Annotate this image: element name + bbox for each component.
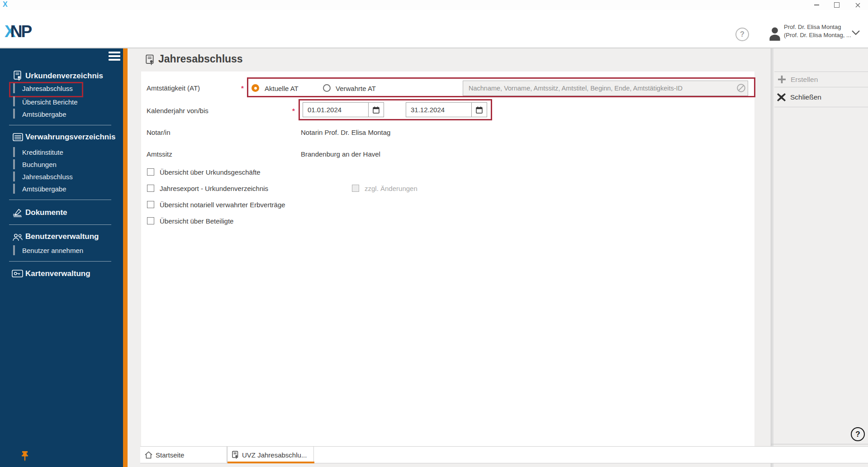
sidebar-section-kartenverwaltung[interactable]: Kartenverwaltung (25, 269, 90, 278)
sidebar-item-amtsuebergabe-vvz[interactable]: Amtsübergabe (22, 185, 66, 193)
calendar-icon (476, 106, 483, 114)
field-label-amtstaetigkeit: Amtstätigkeit (AT) (147, 84, 200, 92)
sidebar-item-kreditinstitute[interactable]: Kreditinstitute (22, 148, 63, 156)
sidebar-section-dokumente[interactable]: Dokumente (25, 208, 67, 217)
sidebar-divider (9, 125, 111, 125)
erstellen-button[interactable]: Erstellen (774, 72, 868, 87)
users-icon (12, 234, 23, 241)
close-button[interactable] (850, 0, 865, 10)
sidebar-item-jahresabschluss-vvz[interactable]: Jahresabschluss (22, 173, 73, 181)
app-header: XNP ? Prof. Dr. Elisa Montag (Prof. Dr. … (0, 21, 868, 48)
radio-label-aktuelle-at[interactable]: Aktuelle AT (265, 85, 299, 92)
tab-uvz-jahresabschluss[interactable]: UVZ Jahresabschlu... (227, 446, 314, 463)
required-marker: * (292, 107, 295, 114)
vault-icon (13, 133, 23, 141)
sidebar-section-urkundenverzeichnis[interactable]: Urkundenverzeichnis (25, 71, 103, 81)
certificate-icon (14, 71, 22, 81)
scrollbar-track[interactable] (771, 48, 773, 467)
home-icon (145, 451, 152, 459)
minimize-icon (814, 5, 819, 5)
field-label-notar: Notar/in (147, 129, 171, 136)
checkbox-label[interactable]: Übersicht über Beteiligte (160, 217, 233, 225)
user-icon[interactable] (768, 26, 782, 42)
checkbox-uebersicht-beteiligte[interactable] (147, 217, 154, 224)
sidebar-item-amtsuebergabe-uvz[interactable]: Amtsübergabe (22, 110, 66, 118)
sidebar-divider (9, 200, 111, 200)
date-to-input[interactable] (406, 103, 471, 117)
checkbox-label[interactable]: Übersicht notariell verwahrter Erbverträ… (160, 201, 285, 209)
page-title: Jahresabschluss (158, 53, 243, 65)
sidebar-navigation: Urkundenverzeichnis Jahresabschluss Über… (0, 48, 123, 467)
checkbox-uebersicht-urkundsgeschaefte[interactable] (147, 168, 154, 176)
date-from-calendar-button[interactable] (368, 103, 384, 117)
documents-icon (12, 209, 23, 217)
plus-icon (778, 76, 786, 83)
certificate-icon (232, 451, 239, 459)
sidebar-item-uebersicht-berichte[interactable]: Übersicht Berichte (22, 98, 78, 106)
date-from-input[interactable] (303, 103, 368, 117)
pin-icon[interactable] (20, 451, 30, 462)
hamburger-menu-icon[interactable] (109, 51, 121, 61)
date-to-calendar-button[interactable] (471, 103, 487, 117)
radio-aktuelle-at[interactable] (251, 84, 259, 92)
tab-startseite[interactable]: Startseite (140, 446, 227, 463)
help-icon[interactable]: ? (735, 28, 749, 41)
page-title-icon certificate-icon (146, 54, 155, 66)
chevron-down-icon[interactable] (851, 30, 860, 35)
checkbox-label[interactable]: Jahresexport - Urkundenverzeichnis (160, 185, 268, 192)
sidebar-item-benutzer-annehmen[interactable]: Benutzer annehmen (22, 247, 83, 254)
sidebar-item-jahresabschluss-uvz[interactable]: Jahresabschluss (22, 85, 73, 92)
action-separator (774, 107, 868, 107)
x-mark-icon (777, 93, 786, 101)
field-label-kalenderjahr: Kalenderjahr von/bis (147, 107, 209, 114)
user-detail[interactable]: (Prof. Dr. Elisa Montag, ... (784, 32, 851, 38)
radio-verwahrte-at[interactable] (323, 84, 331, 92)
blocked-icon (736, 83, 746, 93)
xnp-logo: XNP (5, 22, 31, 41)
form-panel (141, 71, 754, 446)
active-tab-indicator (228, 462, 314, 463)
date-from-field (303, 102, 384, 117)
maximize-icon (834, 2, 840, 8)
checkbox-label[interactable]: Übersicht über Urkundsgeschäfte (160, 168, 261, 176)
window-titlebar: X (0, 0, 868, 10)
card-icon (12, 270, 23, 277)
footer-divider (771, 444, 868, 444)
checkbox-jahresexport[interactable] (147, 185, 154, 192)
sidebar-section-benutzerverwaltung[interactable]: Benutzerverwaltung (25, 232, 99, 241)
radio-label-verwahrte-at[interactable]: Verwahrte AT (336, 85, 376, 92)
window-app-icon: X (3, 0, 8, 9)
minimize-button[interactable] (809, 0, 824, 10)
context-help-icon[interactable]: ? (851, 427, 865, 441)
accent-stripe (123, 48, 128, 467)
schliessen-button[interactable]: Schließen (774, 87, 868, 107)
checkbox-label-zzgl: zzgl. Änderungen (365, 185, 417, 192)
sidebar-section-verwahrungsverzeichnis[interactable]: Verwahrungsverzeichnis (25, 133, 115, 142)
calendar-icon (373, 106, 379, 114)
field-value-amtssitz: Brandenburg an der Havel (301, 150, 380, 158)
checkbox-zzgl-aenderungen[interactable] (352, 185, 359, 192)
sidebar-item-buchungen[interactable]: Buchungen (22, 161, 57, 168)
field-label-amtssitz: Amtssitz (147, 150, 172, 158)
close-icon (855, 3, 860, 8)
maximize-button[interactable] (829, 0, 844, 10)
sidebar-divider (9, 261, 111, 262)
user-name[interactable]: Prof. Dr. Elisa Montag (784, 24, 841, 30)
required-marker: * (241, 84, 244, 92)
date-to-field (406, 102, 487, 117)
application-window: X Einstellungen Hilfe XNP ? Prof. Dr (0, 0, 868, 467)
field-value-notar: Notarin Prof. Dr. Elisa Montag (301, 129, 390, 136)
menu-bar: Einstellungen Hilfe (0, 10, 868, 21)
checkbox-uebersicht-erbvertraege[interactable] (147, 201, 154, 208)
at-search-input[interactable] (463, 81, 748, 96)
sidebar-divider (9, 224, 111, 225)
